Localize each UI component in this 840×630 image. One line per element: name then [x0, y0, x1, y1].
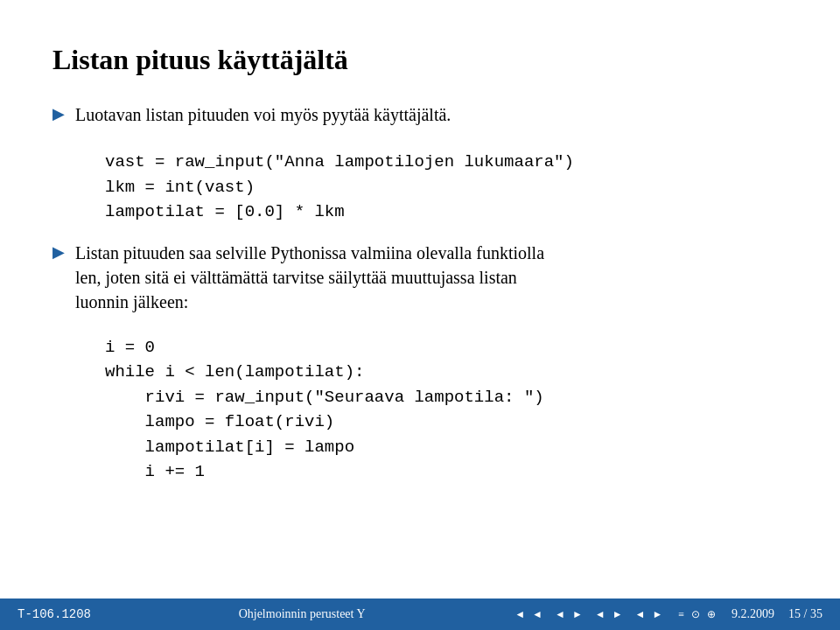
- nav-icons[interactable]: ◄ ◄ ◄ ► ◄ ► ◄ ► ≡ ⊙ ⊕: [513, 608, 718, 621]
- code-block-1: vast = raw_input("Anna lampotilojen luku…: [105, 150, 788, 225]
- bullet-content-2: Listan pituuden saa selville Pythonissa …: [75, 241, 544, 314]
- nav-skip-left-icon[interactable]: ◄: [553, 608, 567, 621]
- footer-left: T-106.1208: [18, 607, 91, 621]
- code-line-2-3: rivi = raw_input("Seuraava lampotila: "): [105, 385, 788, 410]
- footer-date: 9.2.2009: [732, 607, 774, 621]
- code-line-2-2: while i < len(lampotilat):: [105, 360, 788, 385]
- nav-menu-icon[interactable]: ≡: [676, 608, 686, 621]
- bullet-item-2: ▶ Listan pituuden saa selville Pythoniss…: [52, 241, 788, 314]
- code-line-1-1: vast = raw_input("Anna lampotilojen luku…: [105, 150, 788, 175]
- nav-skip-right-icon[interactable]: ►: [570, 608, 584, 621]
- footer-right-section: ◄ ◄ ◄ ► ◄ ► ◄ ► ≡ ⊙ ⊕ 9.2.2009 15 / 35: [513, 607, 822, 621]
- code-line-2-1: i = 0: [105, 335, 788, 360]
- bullet-item-1: ▶ Luotavan listan pituuden voi myös pyyt…: [52, 102, 788, 127]
- slide: Listan pituus käyttäjältä ▶ Luotavan lis…: [0, 0, 840, 630]
- content-area: Listan pituus käyttäjältä ▶ Luotavan lis…: [0, 0, 840, 598]
- nav-last-icon[interactable]: ►: [611, 608, 625, 621]
- nav-down-icon[interactable]: ►: [650, 608, 664, 621]
- slide-title: Listan pituus käyttäjältä: [52, 44, 788, 76]
- code-block-2: i = 0 while i < len(lampotilat): rivi = …: [105, 335, 788, 485]
- nav-right-icon[interactable]: ◄: [593, 608, 607, 621]
- bullet-text-2b: len, joten sitä ei välttämättä tarvitse …: [75, 265, 544, 290]
- bullet-text-1: Luotavan listan pituuden voi myös pyytää…: [75, 102, 451, 127]
- bullet-arrow-2: ▶: [52, 242, 65, 262]
- nav-up-icon[interactable]: ◄: [634, 608, 648, 621]
- footer-page: 15 / 35: [788, 607, 822, 621]
- nav-search-icon[interactable]: ⊕: [705, 608, 718, 621]
- nav-left-icon[interactable]: ◄: [530, 608, 544, 621]
- footer-center: Ohjelmoinnin perusteet Y: [239, 607, 366, 621]
- code-line-1-2: lkm = int(vast): [105, 175, 788, 200]
- code-line-1-3: lampotilat = [0.0] * lkm: [105, 200, 788, 225]
- code-line-2-4: lampo = float(rivi): [105, 410, 788, 435]
- bullet-text-2c: luonnin jälkeen:: [75, 290, 544, 314]
- nav-first-icon[interactable]: ◄: [513, 608, 527, 621]
- bottom-bar: T-106.1208 Ohjelmoinnin perusteet Y ◄ ◄ …: [0, 598, 840, 630]
- code-line-2-6: i += 1: [105, 459, 788, 485]
- code-line-2-5: lampotilat[i] = lampo: [105, 435, 788, 460]
- bullet-text-2a: Listan pituuden saa selville Pythonissa …: [75, 241, 544, 265]
- bullet-arrow-1: ▶: [52, 104, 65, 123]
- nav-circle-icon[interactable]: ⊙: [690, 608, 702, 621]
